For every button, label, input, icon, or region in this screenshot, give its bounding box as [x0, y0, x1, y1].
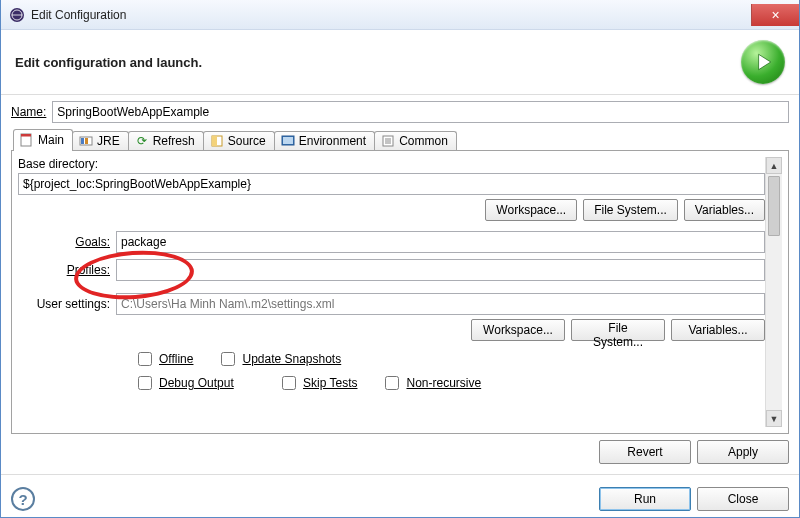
tab-source-label: Source — [228, 134, 266, 148]
user-settings-variables-button[interactable]: Variables... — [671, 319, 765, 341]
update-snapshots-text: Update Snapshots — [242, 352, 341, 366]
footer-buttons: Run Close — [599, 487, 789, 511]
offline-checkbox-label[interactable]: Offline — [134, 349, 193, 369]
name-input[interactable] — [52, 101, 789, 123]
debug-output-checkbox[interactable] — [138, 376, 152, 390]
svg-rect-7 — [85, 138, 88, 144]
user-settings-workspace-button[interactable]: Workspace... — [471, 319, 565, 341]
basedir-input[interactable] — [18, 173, 765, 195]
common-tab-icon — [381, 134, 395, 148]
svg-rect-9 — [212, 136, 217, 146]
refresh-tab-icon: ⟳ — [135, 134, 149, 148]
update-snapshots-checkbox[interactable] — [221, 352, 235, 366]
scroll-track[interactable] — [766, 238, 782, 410]
tab-bar: Main JRE ⟳ Refresh Source — [11, 129, 789, 151]
non-recursive-text: Non-recursive — [406, 376, 481, 390]
user-settings-row: User settings: — [18, 293, 765, 315]
user-settings-input[interactable] — [116, 293, 765, 315]
window-close-button[interactable]: × — [751, 4, 799, 26]
main-tab-panel: Base directory: Workspace... File System… — [11, 150, 789, 434]
header-title: Edit configuration and launch. — [15, 55, 202, 70]
basedir-variables-button[interactable]: Variables... — [684, 199, 765, 221]
titlebar-left: Edit Configuration — [1, 7, 126, 23]
name-row: Name: — [11, 101, 789, 123]
scroll-up-button[interactable]: ▲ — [766, 157, 782, 174]
jre-tab-icon — [79, 134, 93, 148]
skip-tests-checkbox[interactable] — [282, 376, 296, 390]
non-recursive-checkbox-label[interactable]: Non-recursive — [381, 373, 481, 393]
titlebar: Edit Configuration × — [1, 0, 799, 30]
offline-text: Offline — [159, 352, 193, 366]
svg-rect-6 — [81, 138, 84, 144]
main-tab-icon — [20, 133, 34, 147]
goals-input[interactable] — [116, 231, 765, 253]
tab-jre[interactable]: JRE — [72, 131, 129, 151]
environment-tab-icon — [281, 134, 295, 148]
checkbox-row-1: Offline Update Snapshots — [134, 349, 765, 369]
skip-tests-checkbox-label[interactable]: Skip Tests — [278, 373, 357, 393]
run-icon — [741, 40, 785, 84]
basedir-button-row: Workspace... File System... Variables... — [18, 199, 765, 221]
user-settings-button-row: Workspace... File System... Variables... — [18, 319, 765, 341]
tab-refresh-label: Refresh — [153, 134, 195, 148]
footer: ? Run Close — [1, 481, 799, 517]
header: Edit configuration and launch. — [1, 30, 799, 95]
svg-rect-11 — [283, 137, 293, 144]
revert-button[interactable]: Revert — [599, 440, 691, 464]
user-settings-filesystem-button[interactable]: File System... — [571, 319, 665, 341]
tab-jre-label: JRE — [97, 134, 120, 148]
dialog-window: Edit Configuration × Edit configuration … — [0, 0, 800, 518]
source-tab-icon — [210, 134, 224, 148]
goals-row: Goals: — [18, 231, 765, 253]
vertical-scrollbar[interactable]: ▲ ▼ — [765, 157, 782, 427]
profiles-row: Profiles: — [18, 259, 765, 281]
svg-marker-2 — [759, 54, 771, 69]
tab-refresh[interactable]: ⟳ Refresh — [128, 131, 204, 151]
footer-separator — [1, 474, 799, 475]
profiles-input[interactable] — [116, 259, 765, 281]
offline-checkbox[interactable] — [138, 352, 152, 366]
basedir-filesystem-button[interactable]: File System... — [583, 199, 678, 221]
profiles-label: Profiles: — [18, 263, 110, 277]
main-tab-inner: Base directory: Workspace... File System… — [18, 157, 765, 427]
debug-output-text: Debug Output — [159, 376, 234, 390]
tab-common-label: Common — [399, 134, 448, 148]
checkbox-row-2: Debug Output Skip Tests Non-recursive — [134, 373, 765, 393]
run-button[interactable]: Run — [599, 487, 691, 511]
debug-output-checkbox-label[interactable]: Debug Output — [134, 373, 254, 393]
user-settings-label: User settings: — [18, 297, 110, 311]
tab-main[interactable]: Main — [13, 129, 73, 151]
basedir-label: Base directory: — [18, 157, 765, 171]
tab-source[interactable]: Source — [203, 131, 275, 151]
update-snapshots-checkbox-label[interactable]: Update Snapshots — [217, 349, 341, 369]
revert-apply-row: Revert Apply — [1, 434, 799, 464]
tab-main-label: Main — [38, 133, 64, 147]
tab-common[interactable]: Common — [374, 131, 457, 151]
skip-tests-text: Skip Tests — [303, 376, 357, 390]
close-icon: × — [771, 7, 779, 23]
scroll-thumb[interactable] — [768, 176, 780, 236]
apply-button[interactable]: Apply — [697, 440, 789, 464]
non-recursive-checkbox[interactable] — [385, 376, 399, 390]
name-label: Name: — [11, 105, 46, 119]
tab-environment[interactable]: Environment — [274, 131, 375, 151]
close-button[interactable]: Close — [697, 487, 789, 511]
scroll-down-button[interactable]: ▼ — [766, 410, 782, 427]
tab-environment-label: Environment — [299, 134, 366, 148]
svg-rect-4 — [21, 134, 31, 137]
basedir-workspace-button[interactable]: Workspace... — [485, 199, 577, 221]
help-button[interactable]: ? — [11, 487, 35, 511]
window-title: Edit Configuration — [31, 8, 126, 22]
goals-label: Goals: — [18, 235, 110, 249]
eclipse-icon — [9, 7, 25, 23]
dialog-body: Name: Main JRE ⟳ Refresh — [1, 95, 799, 434]
